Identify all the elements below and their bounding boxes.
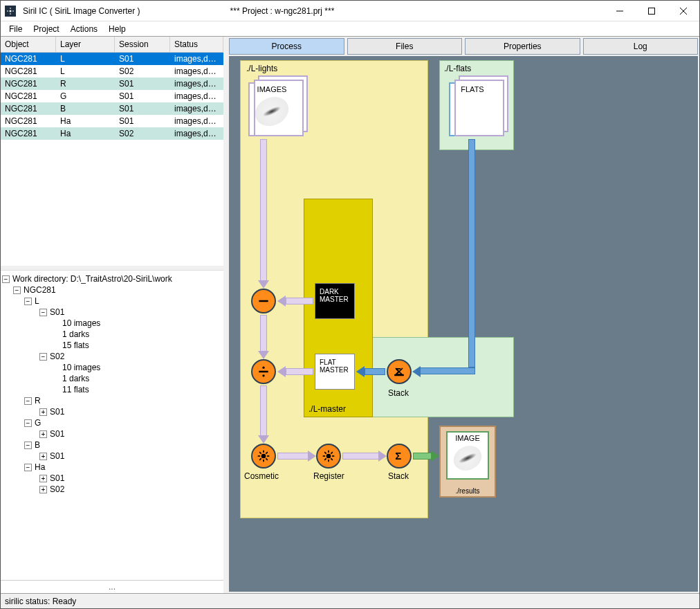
tree-session-R-S01[interactable]: S01 <box>50 407 64 417</box>
cell: NGC281 <box>1 102 56 115</box>
table-row[interactable]: NGC281BS01images,dar... <box>1 102 223 115</box>
images-label: IMAGES <box>250 84 294 93</box>
tree-root[interactable]: Work directory: D:\_TraitAstro\20-SiriL\… <box>12 274 172 284</box>
col-object[interactable]: Object <box>1 37 56 52</box>
cell: Ha <box>56 127 115 140</box>
cell: images,dar... <box>170 78 223 90</box>
svg-point-23 <box>326 454 331 459</box>
arrow <box>468 139 475 367</box>
cell: S01 <box>115 53 170 65</box>
svg-point-0 <box>10 10 12 12</box>
tree-leaf[interactable]: 10 images <box>62 363 100 372</box>
register-label: Register <box>313 471 344 481</box>
col-layer[interactable]: Layer <box>56 37 115 52</box>
tab-process[interactable]: Process <box>229 38 344 55</box>
status-bar: sirilic status: Ready <box>1 593 699 608</box>
tree-leaf[interactable]: 1 darks <box>62 374 89 383</box>
cell: images,dar... <box>170 53 223 65</box>
svg-text:Σ: Σ <box>395 365 401 377</box>
arrow <box>260 139 267 282</box>
cell: G <box>56 90 115 102</box>
table-row[interactable]: NGC281GS01images,dar... <box>1 90 223 102</box>
tree-session-Ha-S01[interactable]: S01 <box>50 473 64 483</box>
table-row[interactable]: NGC281LS01images,dar... <box>1 53 223 65</box>
results-panel: IMAGE ./results <box>439 426 496 498</box>
menu-file[interactable]: File <box>3 23 28 35</box>
cosmetic-icon <box>251 444 276 469</box>
stack-label: Stack <box>388 471 409 481</box>
menu-actions[interactable]: Actions <box>65 23 103 35</box>
cell: S01 <box>115 90 170 102</box>
table-row[interactable]: NGC281LS02images,dar... <box>1 65 223 78</box>
cell: images,dar... <box>170 127 223 140</box>
tree-layer-Ha[interactable]: Ha <box>35 462 45 472</box>
process-canvas: ./L-lights ./L-flats ./L-master IMAGE ./… <box>229 56 698 592</box>
tree-session-Ha-S02[interactable]: S02 <box>50 484 64 494</box>
cell: S01 <box>115 115 170 127</box>
cell: S01 <box>115 78 170 90</box>
cell: NGC281 <box>1 90 56 102</box>
splitter-dots[interactable]: ... <box>1 580 223 593</box>
cell: B <box>56 102 115 115</box>
divide-icon <box>251 359 276 384</box>
menu-help[interactable]: Help <box>103 23 131 35</box>
right-pane: Process Files Properties Log ./L-lights … <box>228 37 699 593</box>
tab-properties[interactable]: Properties <box>465 38 580 55</box>
flat-master-text: FLAT MASTER <box>320 358 349 374</box>
svg-line-29 <box>331 458 333 460</box>
table-row[interactable]: NGC281RS01images,dar... <box>1 78 223 90</box>
stack-lights-icon: Σ <box>387 444 412 469</box>
svg-line-31 <box>331 452 333 454</box>
tree-layer-B[interactable]: B <box>35 440 40 450</box>
svg-line-21 <box>259 458 261 460</box>
arrow <box>277 453 309 460</box>
arrow <box>286 368 313 375</box>
svg-line-28 <box>324 452 326 454</box>
cell: NGC281 <box>1 65 56 78</box>
maximize-button[interactable] <box>636 1 667 21</box>
tree-leaf[interactable]: 1 darks <box>62 329 89 339</box>
tree-object[interactable]: NGC281 <box>24 285 56 295</box>
tree-session-L-S02[interactable]: S02 <box>50 352 64 361</box>
session-table[interactable]: Object Layer Session Status NGC281LS01im… <box>1 37 223 270</box>
app-icon <box>5 6 16 17</box>
menu-project[interactable]: Project <box>28 23 64 35</box>
svg-line-20 <box>266 458 268 460</box>
tree-session-B-S01[interactable]: S01 <box>50 451 64 461</box>
tab-files[interactable]: Files <box>347 38 463 55</box>
dark-master-text: DARK MASTER <box>320 288 349 303</box>
col-status[interactable]: Status <box>170 37 223 52</box>
dark-master-box: DARK MASTER <box>315 283 355 319</box>
tree-layer-R[interactable]: R <box>35 396 41 406</box>
cell: images,dar... <box>170 102 223 115</box>
tree-layer-L[interactable]: L <box>35 296 39 306</box>
close-button[interactable] <box>667 1 699 21</box>
table-header: Object Layer Session Status <box>1 37 223 53</box>
svg-point-11 <box>262 367 264 369</box>
cell: L <box>56 65 115 78</box>
cell: NGC281 <box>1 115 56 127</box>
project-title: *** Project : w-ngc281.prj *** <box>230 6 335 16</box>
tab-log[interactable]: Log <box>583 38 699 55</box>
col-session[interactable]: Session <box>115 37 170 52</box>
tree-session-G-S01[interactable]: S01 <box>50 429 64 439</box>
images-stack: IMAGES <box>248 82 295 136</box>
tree-session-L-S01[interactable]: S01 <box>50 307 64 317</box>
cell: R <box>56 78 115 90</box>
tree-layer-G[interactable]: G <box>35 418 41 428</box>
titlebar: Siril IC ( SiriL Image Converter ) *** P… <box>1 1 699 21</box>
flats-title: ./L-flats <box>444 64 471 73</box>
tree-leaf[interactable]: 11 flats <box>62 385 89 394</box>
minimize-button[interactable] <box>604 1 636 21</box>
menubar: File Project Actions Help <box>1 21 699 37</box>
table-row[interactable]: NGC281HaS02images,dar... <box>1 127 223 140</box>
cell: NGC281 <box>1 127 56 140</box>
cell: images,dar... <box>170 90 223 102</box>
arrow <box>342 453 380 460</box>
tree-leaf[interactable]: 10 images <box>62 318 100 328</box>
directory-tree[interactable]: −Work directory: D:\_TraitAstro\20-SiriL… <box>1 270 223 580</box>
tree-leaf[interactable]: 15 flats <box>62 340 89 350</box>
svg-line-22 <box>266 452 268 454</box>
table-row[interactable]: NGC281HaS01images,dar... <box>1 115 223 127</box>
arrow <box>365 368 385 375</box>
